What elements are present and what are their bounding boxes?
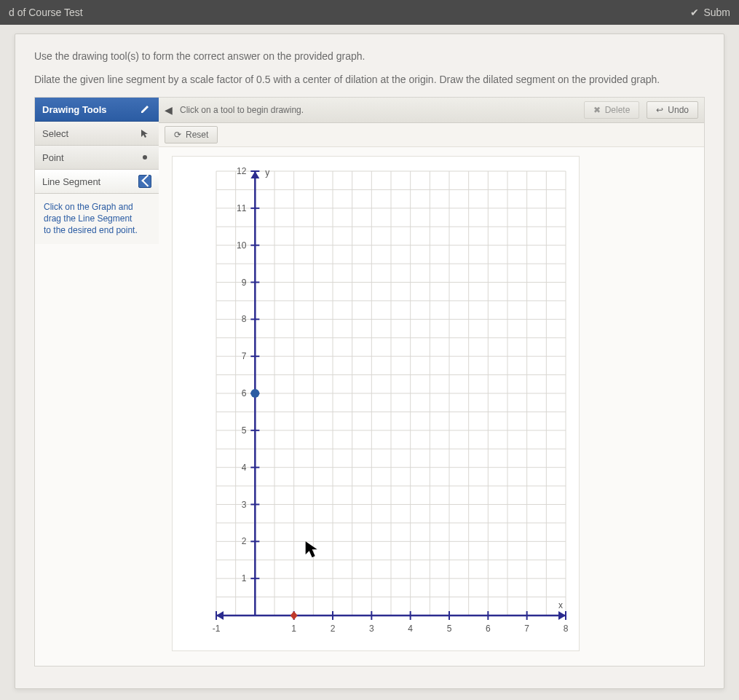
canvas-hint-text: Click on a tool to begin drawing.	[180, 105, 304, 115]
svg-text:1: 1	[242, 573, 247, 583]
svg-text:4: 4	[408, 624, 413, 634]
svg-text:6: 6	[486, 624, 491, 634]
svg-text:9: 9	[242, 278, 247, 288]
instruction-line-1: Use the drawing tool(s) to form the corr…	[34, 50, 705, 62]
drawing-tools-header: Drawing Tools	[35, 98, 159, 122]
submit-button[interactable]: ✔ Subm	[690, 7, 730, 18]
svg-text:2: 2	[331, 624, 336, 634]
tool-select[interactable]: Select	[35, 122, 159, 146]
delete-icon: ✖	[593, 105, 601, 115]
svg-text:5: 5	[242, 425, 247, 436]
undo-button[interactable]: ↩ Undo	[647, 101, 698, 119]
check-icon: ✔	[690, 7, 699, 18]
reset-icon: ⟳	[174, 130, 181, 140]
drawing-tools-panel: Drawing Tools Select Point Line Segment	[35, 98, 159, 666]
undo-icon: ↩	[656, 105, 663, 115]
tool-point[interactable]: Point	[35, 146, 159, 170]
svg-text:1: 1	[291, 624, 296, 634]
svg-text:11: 11	[237, 203, 247, 213]
question-panel: Use the drawing tool(s) to form the corr…	[15, 34, 724, 689]
pencil-icon	[138, 103, 151, 116]
app-topbar: d of Course Test ✔ Subm	[0, 0, 739, 25]
svg-text:4: 4	[242, 463, 247, 473]
svg-text:3: 3	[242, 500, 247, 510]
canvas-hint-bar: ◀ Click on a tool to begin drawing. ✖ De…	[159, 98, 704, 123]
svg-text:6: 6	[242, 388, 247, 398]
delete-button[interactable]: ✖ Delete	[584, 101, 640, 119]
tool-line-segment[interactable]: Line Segment	[35, 170, 159, 194]
svg-text:x: x	[558, 600, 563, 610]
svg-text:5: 5	[447, 624, 452, 634]
canvas-column: ◀ Click on a tool to begin drawing. ✖ De…	[159, 98, 704, 666]
cursor-icon	[138, 127, 151, 140]
svg-text:2: 2	[242, 536, 247, 546]
point-icon	[138, 151, 151, 164]
svg-text:-1: -1	[213, 624, 221, 634]
svg-point-91	[250, 389, 259, 398]
instruction-line-2: Dilate the given line segment by a scale…	[34, 74, 705, 85]
page-title: d of Course Test	[9, 7, 83, 18]
svg-point-0	[143, 155, 147, 160]
work-area: Drawing Tools Select Point Line Segment	[34, 97, 705, 666]
svg-text:3: 3	[369, 624, 374, 634]
svg-text:7: 7	[242, 351, 247, 361]
coordinate-graph[interactable]: -112345678123456789101112yx	[172, 156, 580, 651]
reset-button[interactable]: ⟳ Reset	[165, 126, 218, 143]
svg-text:y: y	[265, 168, 269, 178]
svg-text:12: 12	[237, 166, 247, 176]
svg-text:7: 7	[524, 624, 529, 634]
svg-text:8: 8	[564, 624, 569, 634]
line-segment-icon	[138, 175, 151, 188]
tool-hint: Click on the Graph and drag the Line Seg…	[35, 194, 159, 244]
pointer-left-icon: ◀	[165, 104, 173, 116]
svg-text:10: 10	[237, 240, 247, 251]
svg-text:8: 8	[242, 314, 247, 324]
